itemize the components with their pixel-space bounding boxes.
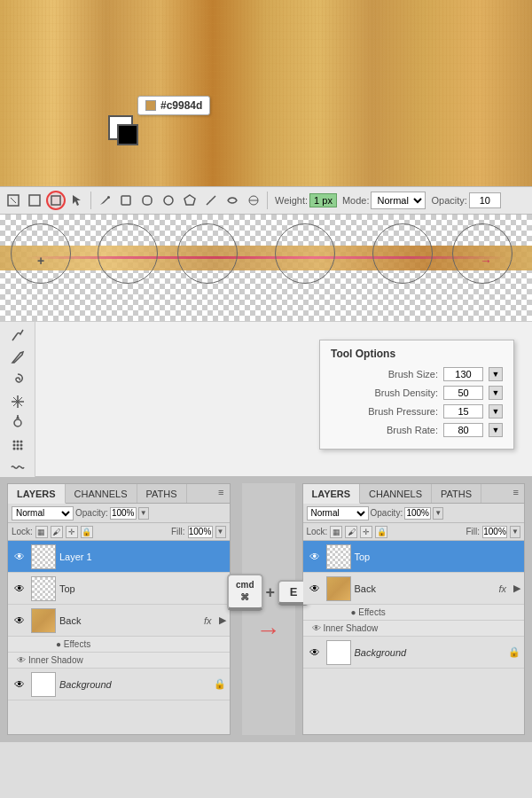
tool-btn-pen[interactable] xyxy=(95,191,114,210)
weight-value[interactable]: 1 px xyxy=(309,193,337,207)
right-layer-eye-0[interactable]: 👁 xyxy=(307,549,323,565)
tool-sidebar xyxy=(0,322,35,477)
right-layer-eye-2[interactable]: 👁 xyxy=(307,645,323,661)
opacity-input[interactable] xyxy=(469,192,501,208)
brush-density-dropdown[interactable]: ▼ xyxy=(489,386,503,400)
left-layer-row-2[interactable]: 👁 Back fx ▶ xyxy=(8,605,230,637)
right-tab-paths[interactable]: PATHS xyxy=(432,484,481,503)
circle-2 xyxy=(98,223,158,284)
left-layer-row-3[interactable]: 👁 Background 🔒 xyxy=(8,669,230,700)
tool-btn-brush[interactable] xyxy=(201,191,221,210)
left-panel-menu[interactable]: ≡ xyxy=(213,484,229,503)
left-lock-move[interactable]: ✛ xyxy=(66,526,78,538)
left-layer-expand-2[interactable]: ▶ xyxy=(219,614,226,626)
right-lock-brush[interactable]: 🖌 xyxy=(345,526,357,538)
brush-density-row: Brush Density: ▼ xyxy=(331,386,503,400)
tool-btn-2[interactable] xyxy=(25,191,44,210)
brush-rate-input[interactable] xyxy=(443,423,483,437)
left-effects-eye[interactable]: 👁 xyxy=(17,655,26,665)
brush-size-input[interactable] xyxy=(443,367,483,381)
right-fill-arrow[interactable]: ▼ xyxy=(510,526,520,538)
right-layer-fx-1: fx xyxy=(498,583,506,594)
left-tab-paths[interactable]: PATHS xyxy=(137,484,187,503)
left-opacity-input[interactable] xyxy=(110,507,137,520)
right-lock-move[interactable]: ✛ xyxy=(360,526,372,538)
left-inner-shadow-row: 👁 Inner Shadow xyxy=(8,653,230,669)
left-layer-eye-1[interactable]: 👁 xyxy=(12,581,27,597)
tool-btn-1[interactable] xyxy=(4,191,23,210)
tool-icon-brush[interactable] xyxy=(6,348,29,367)
right-layer-thumb-0 xyxy=(326,544,351,569)
weight-label: Weight: xyxy=(275,195,308,206)
right-layer-row-1[interactable]: 👁 Back fx ▶ xyxy=(303,573,525,605)
brush-size-label: Brush Size: xyxy=(331,369,438,379)
left-layer-row-1[interactable]: 👁 Top xyxy=(8,573,230,605)
brush-density-label: Brush Density: xyxy=(331,387,438,398)
left-tab-channels[interactable]: CHANNELS xyxy=(66,484,137,503)
tool-icon-move[interactable] xyxy=(6,413,29,433)
tool-icon-wave[interactable] xyxy=(6,458,29,477)
svg-rect-3 xyxy=(51,196,60,205)
left-fill-arrow[interactable]: ▼ xyxy=(215,526,226,538)
right-tab-channels[interactable]: CHANNELS xyxy=(360,484,432,503)
tool-btn-polygon[interactable] xyxy=(180,191,200,210)
right-layer-row-2[interactable]: 👁 Background 🔒 xyxy=(303,637,525,669)
svg-point-23 xyxy=(16,444,19,447)
left-lock-all[interactable]: 🔒 xyxy=(81,526,93,538)
right-layer-eye-1[interactable]: 👁 xyxy=(307,581,323,597)
tool-icon-dots[interactable] xyxy=(6,435,29,455)
tool-btn-ellipse[interactable] xyxy=(159,191,178,210)
svg-marker-18 xyxy=(16,416,20,419)
tool-icon-smudge[interactable] xyxy=(6,325,29,345)
left-lock-label: Lock: xyxy=(12,527,33,536)
right-panel: LAYERS CHANNELS PATHS ≡ Normal Opacity: … xyxy=(302,483,526,735)
tool-btn-rect2[interactable] xyxy=(116,191,136,210)
right-layer-thumb-2 xyxy=(326,640,351,665)
right-layer-expand-1[interactable]: ▶ xyxy=(513,583,520,594)
brush-rate-dropdown[interactable]: ▼ xyxy=(489,423,503,437)
tool-btn-round[interactable] xyxy=(137,191,157,210)
left-lock-checkered[interactable]: ▦ xyxy=(35,526,48,538)
tool-icon-swirl[interactable] xyxy=(6,370,29,389)
tool-btn-cursor[interactable] xyxy=(67,191,87,210)
mode-select[interactable]: Normal xyxy=(371,192,426,209)
left-tab-layers[interactable]: LAYERS xyxy=(8,484,66,504)
color-tooltip: #c9984d xyxy=(137,96,210,115)
left-layer-eye-2[interactable]: 👁 xyxy=(12,613,27,629)
tool-btn-rect-active[interactable] xyxy=(46,191,66,210)
right-effects-eye[interactable]: 👁 xyxy=(312,623,321,633)
right-fill-label: Fill: xyxy=(466,527,480,536)
left-layer-lock-3: 🔒 xyxy=(214,678,226,690)
circle-5 xyxy=(372,223,433,284)
right-blend-mode[interactable]: Normal xyxy=(307,506,369,520)
left-layer-thumb-3 xyxy=(31,672,56,697)
right-panel-menu[interactable]: ≡ xyxy=(508,484,524,503)
right-layer-row-0[interactable]: 👁 Top xyxy=(303,541,525,573)
left-layer-row-0[interactable]: 👁 Layer 1 xyxy=(8,541,230,573)
right-opacity-input[interactable] xyxy=(404,507,431,520)
brush-pressure-dropdown[interactable]: ▼ xyxy=(489,404,503,419)
brush-density-input[interactable] xyxy=(443,386,483,400)
tool-icon-snowflake[interactable] xyxy=(6,392,29,411)
right-lock-all[interactable]: 🔒 xyxy=(375,526,387,538)
left-opacity-arrow[interactable]: ▼ xyxy=(138,507,149,520)
left-layer-thumb-0 xyxy=(31,544,56,569)
left-panel-tabs: LAYERS CHANNELS PATHS ≡ xyxy=(8,484,230,504)
color-value: #c9984d xyxy=(160,99,202,112)
right-tab-layers[interactable]: LAYERS xyxy=(303,484,361,504)
svg-marker-9 xyxy=(184,195,195,205)
tool-btn-warp[interactable] xyxy=(223,191,242,210)
left-panel-toolbar: Normal Opacity: ▼ xyxy=(8,504,230,523)
left-layer-eye-0[interactable]: 👁 xyxy=(12,549,27,565)
right-fill-input[interactable] xyxy=(482,526,507,538)
tool-btn-extra[interactable] xyxy=(244,191,263,210)
right-opacity-arrow[interactable]: ▼ xyxy=(433,507,443,520)
left-layer-eye-3[interactable]: 👁 xyxy=(12,677,27,692)
left-inner-shadow-label: Inner Shadow xyxy=(28,655,83,665)
left-blend-mode[interactable]: Normal xyxy=(12,506,74,520)
left-lock-brush[interactable]: 🖌 xyxy=(51,526,63,538)
brush-pressure-input[interactable] xyxy=(443,404,483,419)
brush-size-dropdown[interactable]: ▼ xyxy=(489,367,503,381)
right-lock-checkered[interactable]: ▦ xyxy=(330,526,342,538)
left-fill-input[interactable] xyxy=(188,526,213,538)
